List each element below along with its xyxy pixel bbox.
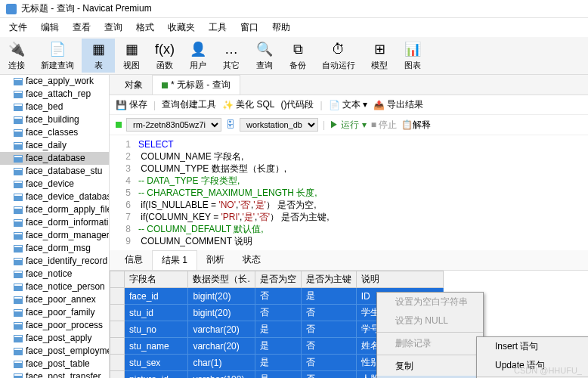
table-icon — [14, 91, 23, 98]
sidebar-item-face_post_table[interactable]: face_post_table — [0, 358, 109, 370]
stop-button[interactable]: ■ 停止 — [371, 119, 398, 132]
sidebar-item-face_apply_work[interactable]: face_apply_work — [0, 75, 109, 88]
sidebar-item-face_dorm_information[interactable]: face_dorm_information — [0, 216, 109, 229]
export-button[interactable]: 📤导出结果 — [373, 98, 423, 111]
tab-info[interactable]: 信息 — [116, 250, 152, 270]
menu-窗口[interactable]: 窗口 — [234, 20, 265, 36]
ctx-insert[interactable]: Insert 语句 — [477, 337, 588, 356]
explain-button[interactable]: 📋解释 — [401, 119, 431, 132]
sidebar-item-face_device[interactable]: face_device — [0, 178, 109, 191]
table-icon — [14, 348, 23, 355]
table-icon — [14, 258, 23, 265]
tool-其它[interactable]: …其它 — [215, 39, 248, 73]
tool-连接[interactable]: 🔌连接 — [0, 39, 33, 73]
tool-自动运行[interactable]: ⏱自动运行 — [314, 39, 363, 73]
run-button[interactable]: ▶ 运行 ▾ — [330, 119, 367, 132]
table-icon — [14, 271, 23, 278]
ctx-delete[interactable]: 删除记录 — [377, 334, 483, 353]
tool-函数[interactable]: f(x)函数 — [148, 39, 181, 73]
menu-文件[interactable]: 文件 — [3, 20, 33, 36]
table-icon — [14, 322, 23, 330]
menu-工具[interactable]: 工具 — [203, 20, 233, 36]
save-button[interactable]: 💾 保存 — [116, 98, 147, 111]
sidebar-item-face_attach_rep[interactable]: face_attach_rep — [0, 88, 109, 101]
tool-视图[interactable]: ▦视图 — [115, 39, 148, 73]
toolbar: 🔌连接📄新建查询▦表▦视图f(x)函数👤用户…其它🔍查询⧉备份⏱自动运行⊞模型📊… — [0, 37, 588, 75]
table-icon — [14, 155, 23, 163]
text-button[interactable]: 📄 文本 ▾ — [329, 98, 367, 111]
watermark: CSDN @HHUFU_ — [514, 366, 582, 375]
menu-帮助[interactable]: 帮助 — [266, 20, 296, 36]
tab-result[interactable]: 结果 1 — [152, 250, 197, 270]
sidebar-item-face_bed[interactable]: face_bed — [0, 101, 109, 113]
beautify-button[interactable]: ✨美化 SQL — [222, 98, 274, 111]
sidebar-item-face_device_database[interactable]: face_device_database — [0, 191, 109, 203]
tool-备份[interactable]: ⧉备份 — [281, 39, 314, 73]
tool-用户[interactable]: 👤用户 — [181, 39, 215, 73]
sidebar-item-face_notice[interactable]: face_notice — [0, 268, 109, 280]
sidebar-item-face_building[interactable]: face_building — [0, 113, 109, 126]
sidebar-item-face_dorm_apply_file[interactable]: face_dorm_apply_file — [0, 203, 109, 216]
sidebar-item-face_post_apply[interactable]: face_post_apply — [0, 332, 109, 345]
snippet-button[interactable]: ()代码段 — [280, 98, 314, 111]
ctx-set-null[interactable]: 设置为 NULL — [377, 311, 483, 330]
table-icon — [14, 78, 23, 85]
table-icon — [14, 168, 23, 175]
ctx-set-blank[interactable]: 设置为空白字符串 — [377, 293, 483, 311]
menu-格式[interactable]: 格式 — [130, 20, 160, 36]
db-select[interactable]: workstation_db — [240, 118, 318, 132]
tab-query[interactable]: * 无标题 - 查询 — [152, 75, 240, 94]
tool-模型[interactable]: ⊞模型 — [363, 39, 396, 73]
sidebar-item-face_poor_annex[interactable]: face_poor_annex — [0, 293, 109, 306]
query-tools-button[interactable]: 查询创建工具 — [162, 98, 216, 111]
tab-analyze[interactable]: 剖析 — [197, 250, 234, 270]
server-select[interactable]: rm-2zetn83n05wz7i — [126, 118, 221, 132]
tool-图表[interactable]: 📊图表 — [396, 39, 429, 73]
sidebar-item-face_post_transfer[interactable]: face_post_transfer — [0, 370, 109, 378]
menubar: 文件编辑查看查询格式收藏夹工具窗口帮助 — [0, 18, 588, 37]
table-icon — [14, 129, 23, 137]
tool-新建查询[interactable]: 📄新建查询 — [33, 39, 82, 73]
menu-查看[interactable]: 查看 — [67, 20, 97, 36]
tab-object[interactable]: 对象 — [116, 75, 152, 94]
table-icon — [14, 116, 23, 124]
sidebar-item-face_classes[interactable]: face_classes — [0, 126, 109, 139]
sidebar: face_apply_workface_attach_repface_bedfa… — [0, 75, 110, 378]
ctx-copy[interactable]: 复制 — [377, 357, 483, 376]
tool-表[interactable]: ▦表 — [82, 39, 115, 73]
sql-editor[interactable]: 1SELECT 2 COLUMN_NAME 字段名, 3 COLUMN_TYPE… — [110, 135, 588, 250]
menu-收藏夹[interactable]: 收藏夹 — [162, 20, 201, 36]
sidebar-item-face_poor_family[interactable]: face_poor_family — [0, 306, 109, 319]
table-icon — [14, 335, 23, 342]
sidebar-item-face_database_stu[interactable]: face_database_stu — [0, 165, 109, 178]
menu-编辑[interactable]: 编辑 — [35, 20, 65, 36]
table-icon — [14, 194, 23, 201]
table-icon — [14, 361, 23, 368]
table-icon — [14, 104, 23, 111]
table-icon — [14, 309, 23, 317]
table-icon — [14, 232, 23, 240]
window-title: 无标题 - 查询 - Navicat Premium — [21, 2, 152, 15]
menu-查询[interactable]: 查询 — [98, 20, 128, 36]
table-icon — [14, 142, 23, 150]
sidebar-item-face_notice_person[interactable]: face_notice_person — [0, 280, 109, 293]
sidebar-item-face_identify_record[interactable]: face_identify_record — [0, 255, 109, 268]
sidebar-item-face_daily[interactable]: face_daily — [0, 139, 109, 152]
sidebar-item-face_dorm_msg[interactable]: face_dorm_msg — [0, 242, 109, 255]
table-icon — [14, 181, 23, 188]
sidebar-item-face_dorm_manager[interactable]: face_dorm_manager — [0, 229, 109, 242]
table-icon — [14, 206, 23, 214]
sidebar-item-face_post_employmen[interactable]: face_post_employmen — [0, 345, 109, 358]
table-icon — [14, 245, 23, 253]
context-menu: 设置为空白字符串 设置为 NULL 删除记录 复制 复制为 粘贴 显示 — [376, 292, 484, 378]
table-icon — [14, 219, 23, 227]
table-icon — [14, 284, 23, 291]
app-icon — [6, 4, 17, 14]
table-icon — [14, 373, 23, 379]
tab-status[interactable]: 状态 — [234, 250, 270, 270]
table-icon — [14, 296, 23, 304]
sidebar-item-face_database[interactable]: face_database — [0, 152, 109, 165]
sidebar-item-face_poor_process[interactable]: face_poor_process — [0, 319, 109, 332]
tool-查询[interactable]: 🔍查询 — [248, 39, 281, 73]
